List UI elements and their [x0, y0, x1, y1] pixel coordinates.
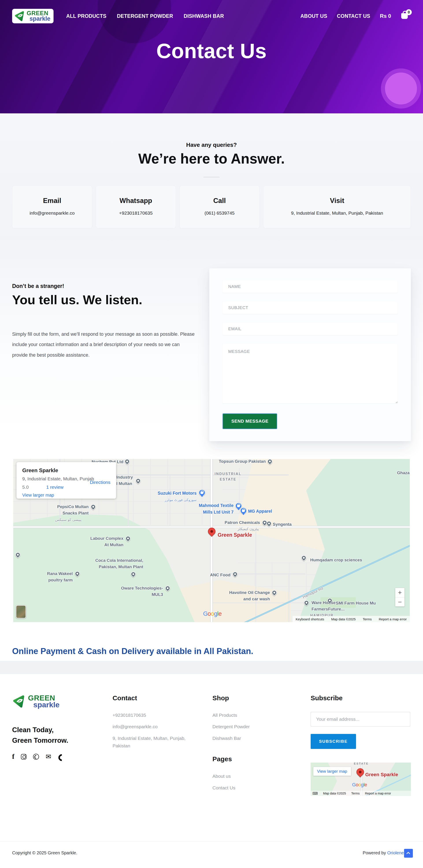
zoom-out-button[interactable]: − [395, 597, 404, 607]
chevron-up-icon [406, 852, 410, 856]
directions-link[interactable]: Directions [90, 480, 110, 485]
instagram-icon[interactable] [21, 753, 26, 760]
subscribe-button[interactable]: SUBSCRIBE [311, 734, 356, 749]
brand-logo[interactable]: GREEN sparkle [12, 9, 54, 23]
cart-total[interactable]: Rs 0 [380, 13, 391, 19]
mini-map-label-green-sparkle[interactable]: Green Sparkle [365, 772, 398, 777]
map-road [289, 574, 289, 622]
brand-wordmark: GREEN sparkle [27, 10, 51, 22]
subject-input[interactable] [223, 302, 398, 314]
map-label-oware[interactable]: Oware Technologies- MUL3 [121, 585, 163, 598]
map-label-anc-food[interactable]: ANC Food [210, 572, 230, 578]
footer-link-dishwash-bar[interactable]: Dishwash Bar [213, 735, 311, 742]
facebook-icon[interactable]: f [12, 753, 14, 760]
map-pin-anc[interactable] [231, 570, 238, 578]
send-message-button[interactable]: SEND MESSAGE [223, 413, 277, 429]
phone-icon[interactable] [58, 753, 64, 760]
pin-tail [237, 508, 240, 512]
primary-nav: ALL PRODUCTS DETERGENT POWDER DISHWASH B… [66, 13, 224, 19]
map-label-humqadam[interactable]: Humqadam crop sciences [310, 558, 362, 562]
footer-email[interactable]: info@greensparkle.co [113, 723, 213, 730]
scroll-to-top-button[interactable] [404, 849, 413, 858]
email-input[interactable] [223, 323, 398, 335]
map-poi-mg-apparel[interactable] [240, 507, 247, 514]
whatsapp-icon[interactable] [33, 753, 39, 760]
map-label-ghazanfar[interactable]: Ghazanfar [397, 470, 410, 475]
zoom-in-button[interactable]: + [395, 588, 404, 597]
payment-banner: Online Payment & Cash on Delivery availa… [0, 634, 423, 661]
cart-button[interactable]: 0 [401, 13, 408, 19]
nav-detergent-powder[interactable]: DETERGENT POWDER [117, 13, 173, 19]
map-label-syngenta[interactable]: Syngenta [273, 522, 292, 527]
report-map-error-link[interactable]: Report a map error [365, 792, 391, 795]
reviews-link[interactable]: 1 review [46, 485, 63, 490]
info-card-visit[interactable]: Visit 9, Industrial Estate, Multan, Punj… [263, 186, 411, 228]
map-label-suzuki-urdu: سوزوکی فورٹ موٹرز [165, 498, 197, 502]
rating-value: 5.0 [22, 485, 29, 490]
map-label-labour-complex[interactable]: Labour Complex At Multan [90, 535, 123, 548]
view-larger-map-link[interactable]: View larger map [22, 493, 54, 498]
map-label-rana-wakeel[interactable]: Rana Wakeel poultry farm [47, 570, 73, 583]
mini-map-pin-green-sparkle[interactable] [355, 767, 366, 777]
powered-by: Powered by Oriolenergy. [363, 850, 411, 856]
nav-about-us[interactable]: ABOUT US [301, 13, 328, 19]
footer-mini-map[interactable]: ESTATE View larger map Green Sparkle Goo… [311, 763, 411, 796]
terms-link[interactable]: Terms [363, 617, 372, 621]
terms-link[interactable]: Terms [351, 792, 360, 795]
map-card-rating-row: 5.0 1 review [22, 485, 110, 490]
info-card-call[interactable]: Call (061) 6539745 [179, 186, 259, 228]
map-label-industry[interactable]: Industry l Multan [116, 474, 133, 487]
info-card-whatsapp[interactable]: Whatsapp +923018170635 [96, 186, 176, 228]
payment-banner-text: Online Payment & Cash on Delivery availa… [12, 647, 411, 656]
map-pin-humqadam[interactable] [300, 554, 307, 561]
message-input[interactable] [223, 344, 398, 403]
footer-subscribe-heading: Subscribe [311, 694, 411, 702]
map-label-havoline[interactable]: Havoline Oil Change and car wash [229, 589, 270, 602]
footer-link-contact-us[interactable]: Contact Us [213, 784, 311, 791]
info-card-title: Visit [267, 197, 407, 205]
map-label-green-sparkle[interactable]: Green Sparkle [218, 532, 252, 538]
copyright-bar: Copyright © 2025 Green Sparkle. Powered … [0, 841, 423, 866]
name-input[interactable] [223, 280, 398, 293]
google-logo: Google [352, 782, 367, 788]
street-view-thumbnail[interactable] [16, 605, 26, 618]
mini-map-label-estate: ESTATE [354, 763, 369, 765]
map-label-topsun[interactable]: Topsun Group Pakistan [219, 459, 266, 464]
map-label-suzuki-fort-motors[interactable]: Suzuki Fort Motors [158, 491, 197, 496]
map-data-note: Map data ©2025 [323, 792, 346, 795]
nav-dishwash-bar[interactable]: DISHWASH BAR [184, 13, 224, 19]
map-section: Nuchem Pvt Ltd Topsun Group Pakistan IND… [0, 445, 423, 634]
google-map[interactable]: Nuchem Pvt Ltd Topsun Group Pakistan IND… [13, 459, 410, 622]
keyboard-shortcuts-link[interactable]: Keyboard shortcuts [295, 617, 324, 621]
info-card-title: Call [184, 197, 255, 205]
section-divider-band [0, 661, 423, 674]
mini-map-attribution: Map data ©2025 Terms Report a map error [311, 791, 411, 796]
keyboard-icon [312, 791, 318, 796]
map-poi-suzuki[interactable] [199, 489, 205, 496]
footer-link-detergent-powder[interactable]: Detergent Powder [213, 723, 311, 730]
map-label-mahmood-textile[interactable]: Mahmood Textile Mills Ltd Unit 7 [199, 502, 233, 515]
mini-map-view-larger-link[interactable]: View larger map [313, 767, 351, 776]
footer-subscribe-column: Subscribe SUBSCRIBE ESTATE View larger m… [311, 694, 411, 796]
footer-contact-heading: Contact [113, 694, 213, 702]
info-card-email[interactable]: Email info@greensparkle.co [12, 186, 92, 228]
footer-link-about-us[interactable]: About us [213, 773, 311, 779]
footer-logo[interactable]: GREEN sparkle [12, 694, 113, 708]
contact-kicker: Don’t be a stranger! [12, 283, 195, 289]
map-label-coca-cola[interactable]: Coca Cola International, Pakistan, Multa… [95, 557, 143, 570]
footer-phone[interactable]: +923018170635 [113, 712, 213, 718]
contact-section: Have any queries? We’re here to Answer. … [0, 113, 423, 445]
map-label-patron-chemicals[interactable]: Patron Chemicals [225, 520, 260, 525]
footer-shop-column: Shop All Products Detergent Powder Dishw… [213, 694, 311, 796]
email-icon[interactable]: ✉ [46, 753, 51, 760]
report-map-error-link[interactable]: Report a map error [379, 617, 407, 621]
map-label-mg-apparel[interactable]: MG Apparel [248, 509, 272, 514]
map-label-patron-urdu: پیٹرون کیمیکلز [237, 527, 259, 531]
map-road [128, 459, 129, 526]
nav-contact-us[interactable]: CONTACT US [337, 13, 370, 19]
nav-all-products[interactable]: ALL PRODUCTS [66, 13, 106, 19]
subscribe-email-input[interactable] [311, 712, 410, 726]
hero-banner: GREEN sparkle ALL PRODUCTS DETERGENT POW… [0, 0, 423, 113]
map-label-pepsico[interactable]: PepsiCo Multan Snacks Plant [57, 503, 89, 517]
footer-link-all-products[interactable]: All Products [213, 712, 311, 718]
